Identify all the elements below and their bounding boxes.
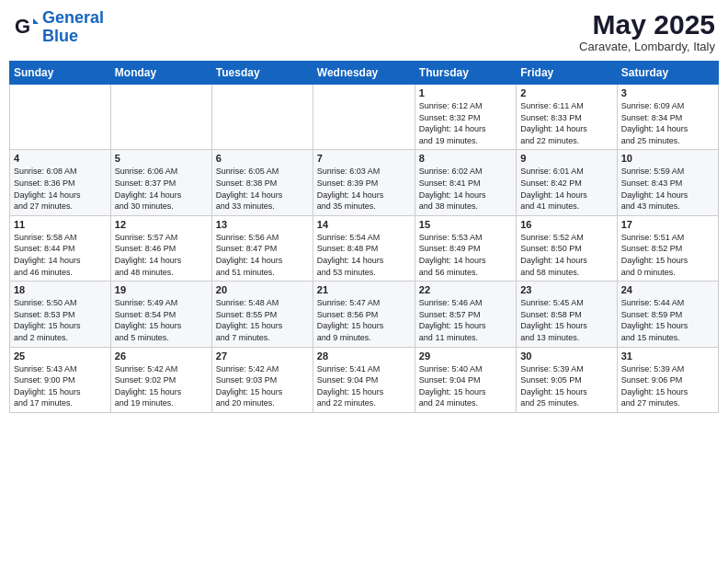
day-info: Sunrise: 6:03 AMSunset: 8:39 PMDaylight:…: [317, 166, 411, 212]
weekday-header: Tuesday: [211, 62, 313, 85]
calendar-day-cell: 26Sunrise: 5:42 AMSunset: 9:02 PMDayligh…: [110, 347, 211, 412]
day-info: Sunrise: 6:05 AMSunset: 8:38 PMDaylight:…: [216, 166, 309, 212]
day-info: Sunrise: 5:46 AMSunset: 8:57 PMDaylight:…: [419, 297, 512, 343]
weekday-header: Saturday: [617, 62, 718, 85]
calendar-table: SundayMondayTuesdayWednesdayThursdayFrid…: [9, 61, 719, 413]
day-info: Sunrise: 5:52 AMSunset: 8:50 PMDaylight:…: [520, 232, 612, 278]
day-info: Sunrise: 6:01 AMSunset: 8:42 PMDaylight:…: [520, 166, 612, 212]
day-info: Sunrise: 5:53 AMSunset: 8:49 PMDaylight:…: [419, 232, 512, 278]
day-number: 8: [419, 153, 512, 164]
day-number: 24: [621, 284, 714, 295]
day-number: 14: [317, 219, 411, 230]
day-number: 30: [520, 350, 612, 362]
day-info: Sunrise: 6:02 AMSunset: 8:41 PMDaylight:…: [419, 166, 512, 212]
calendar-day-cell: 18Sunrise: 5:50 AMSunset: 8:53 PMDayligh…: [10, 282, 111, 347]
day-number: 12: [115, 219, 208, 230]
calendar-week-row: 1Sunrise: 6:12 AMSunset: 8:32 PMDaylight…: [10, 85, 719, 150]
day-info: Sunrise: 5:39 AMSunset: 9:05 PMDaylight:…: [520, 363, 612, 409]
day-number: 18: [14, 284, 107, 295]
day-info: Sunrise: 5:56 AMSunset: 8:47 PMDaylight:…: [216, 232, 309, 278]
day-info: Sunrise: 5:48 AMSunset: 8:55 PMDaylight:…: [216, 297, 309, 343]
calendar-day-cell: 8Sunrise: 6:02 AMSunset: 8:41 PMDaylight…: [415, 150, 516, 215]
day-info: Sunrise: 6:11 AMSunset: 8:33 PMDaylight:…: [520, 100, 612, 146]
day-number: 3: [621, 87, 714, 98]
calendar-day-cell: 13Sunrise: 5:56 AMSunset: 8:47 PMDayligh…: [211, 215, 313, 281]
day-info: Sunrise: 5:43 AMSunset: 9:00 PMDaylight:…: [14, 363, 107, 409]
day-info: Sunrise: 5:51 AMSunset: 8:52 PMDaylight:…: [621, 232, 714, 278]
day-number: 21: [317, 284, 411, 295]
calendar-day-cell: 27Sunrise: 5:42 AMSunset: 9:03 PMDayligh…: [211, 347, 313, 412]
day-info: Sunrise: 5:40 AMSunset: 9:04 PMDaylight:…: [419, 363, 512, 409]
day-number: 16: [520, 219, 612, 230]
calendar-day-cell: 20Sunrise: 5:48 AMSunset: 8:55 PMDayligh…: [211, 282, 313, 347]
calendar-day-cell: [110, 85, 211, 150]
calendar-day-cell: 23Sunrise: 5:45 AMSunset: 8:58 PMDayligh…: [517, 282, 617, 347]
weekday-header-row: SundayMondayTuesdayWednesdayThursdayFrid…: [10, 62, 719, 85]
calendar-day-cell: 29Sunrise: 5:40 AMSunset: 9:04 PMDayligh…: [415, 347, 516, 412]
calendar-day-cell: [313, 85, 415, 150]
calendar-day-cell: 14Sunrise: 5:54 AMSunset: 8:48 PMDayligh…: [313, 215, 415, 281]
day-number: 9: [520, 153, 612, 164]
calendar-day-cell: 15Sunrise: 5:53 AMSunset: 8:49 PMDayligh…: [415, 215, 516, 281]
calendar-day-cell: 30Sunrise: 5:39 AMSunset: 9:05 PMDayligh…: [517, 347, 617, 412]
day-number: 20: [216, 284, 309, 295]
day-info: Sunrise: 6:12 AMSunset: 8:32 PMDaylight:…: [419, 100, 512, 146]
page-header: G General Blue May 2025 Caravate, Lombar…: [9, 9, 719, 53]
weekday-header: Friday: [517, 62, 617, 85]
day-number: 19: [115, 284, 208, 295]
calendar-day-cell: 19Sunrise: 5:49 AMSunset: 8:54 PMDayligh…: [110, 282, 211, 347]
calendar-day-cell: 11Sunrise: 5:58 AMSunset: 8:44 PMDayligh…: [10, 215, 111, 281]
day-number: 25: [14, 350, 107, 362]
day-number: 22: [419, 284, 512, 295]
logo-text: General Blue: [42, 9, 104, 46]
day-info: Sunrise: 5:50 AMSunset: 8:53 PMDaylight:…: [14, 297, 107, 343]
svg-text:G: G: [15, 15, 30, 38]
logo: G General Blue: [13, 9, 104, 46]
day-number: 5: [115, 153, 208, 164]
weekday-header: Sunday: [10, 62, 111, 85]
day-number: 4: [14, 153, 107, 164]
day-number: 26: [115, 350, 208, 362]
day-info: Sunrise: 5:58 AMSunset: 8:44 PMDaylight:…: [14, 232, 107, 278]
title-block: May 2025 Caravate, Lombardy, Italy: [579, 9, 715, 53]
day-info: Sunrise: 5:57 AMSunset: 8:46 PMDaylight:…: [115, 232, 208, 278]
day-number: 17: [621, 219, 714, 230]
calendar-day-cell: 4Sunrise: 6:08 AMSunset: 8:36 PMDaylight…: [10, 150, 111, 215]
calendar-day-cell: 1Sunrise: 6:12 AMSunset: 8:32 PMDaylight…: [415, 85, 516, 150]
calendar-day-cell: 31Sunrise: 5:39 AMSunset: 9:06 PMDayligh…: [617, 347, 718, 412]
day-number: 10: [621, 153, 714, 164]
day-info: Sunrise: 5:44 AMSunset: 8:59 PMDaylight:…: [621, 297, 714, 343]
day-number: 29: [419, 350, 512, 362]
day-number: 15: [419, 219, 512, 230]
calendar-day-cell: 3Sunrise: 6:09 AMSunset: 8:34 PMDaylight…: [617, 85, 718, 150]
day-info: Sunrise: 6:08 AMSunset: 8:36 PMDaylight:…: [14, 166, 107, 212]
day-info: Sunrise: 5:54 AMSunset: 8:48 PMDaylight:…: [317, 232, 411, 278]
logo-icon: G: [13, 15, 39, 40]
day-number: 13: [216, 219, 309, 230]
calendar-day-cell: 21Sunrise: 5:47 AMSunset: 8:56 PMDayligh…: [313, 282, 415, 347]
calendar-week-row: 4Sunrise: 6:08 AMSunset: 8:36 PMDaylight…: [10, 150, 719, 215]
calendar-day-cell: 9Sunrise: 6:01 AMSunset: 8:42 PMDaylight…: [517, 150, 617, 215]
day-number: 31: [621, 350, 714, 362]
weekday-header: Monday: [110, 62, 211, 85]
weekday-header: Wednesday: [313, 62, 415, 85]
day-info: Sunrise: 6:06 AMSunset: 8:37 PMDaylight:…: [115, 166, 208, 212]
calendar-day-cell: 28Sunrise: 5:41 AMSunset: 9:04 PMDayligh…: [313, 347, 415, 412]
day-number: 6: [216, 153, 309, 164]
day-number: 2: [520, 87, 612, 98]
weekday-header: Thursday: [415, 62, 516, 85]
calendar-week-row: 11Sunrise: 5:58 AMSunset: 8:44 PMDayligh…: [10, 215, 719, 281]
logo-line1: General: [42, 8, 104, 27]
calendar-day-cell: [10, 85, 111, 150]
day-info: Sunrise: 5:42 AMSunset: 9:02 PMDaylight:…: [115, 363, 208, 409]
calendar-week-row: 25Sunrise: 5:43 AMSunset: 9:00 PMDayligh…: [10, 347, 719, 412]
day-number: 23: [520, 284, 612, 295]
calendar-day-cell: 16Sunrise: 5:52 AMSunset: 8:50 PMDayligh…: [517, 215, 617, 281]
day-number: 7: [317, 153, 411, 164]
calendar-day-cell: 24Sunrise: 5:44 AMSunset: 8:59 PMDayligh…: [617, 282, 718, 347]
day-number: 1: [419, 87, 512, 98]
calendar-day-cell: 7Sunrise: 6:03 AMSunset: 8:39 PMDaylight…: [313, 150, 415, 215]
day-info: Sunrise: 6:09 AMSunset: 8:34 PMDaylight:…: [621, 100, 714, 146]
logo-line2: Blue: [42, 28, 104, 46]
calendar-day-cell: 12Sunrise: 5:57 AMSunset: 8:46 PMDayligh…: [110, 215, 211, 281]
